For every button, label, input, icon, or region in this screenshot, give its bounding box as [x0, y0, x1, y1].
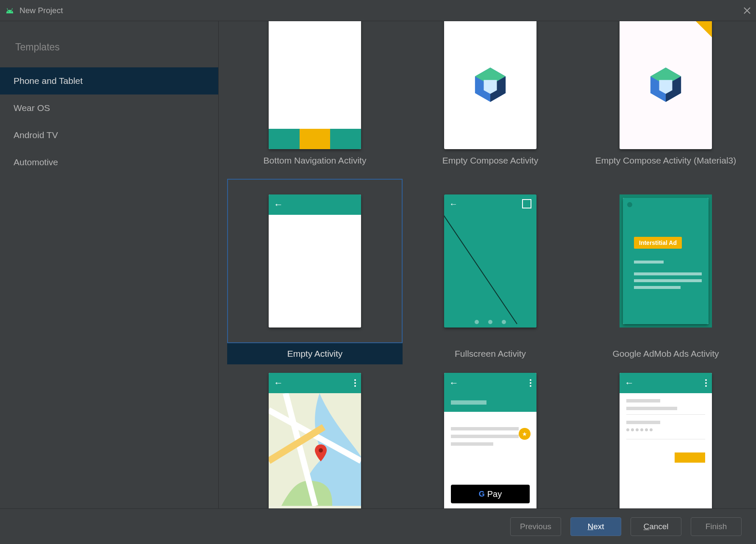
template-label: Fullscreen Activity	[403, 343, 578, 364]
sidebar-item-android-tv[interactable]: Android TV	[0, 122, 218, 149]
back-arrow-icon: ←	[274, 377, 283, 389]
sidebar-item-automotive[interactable]: Automotive	[0, 149, 218, 176]
back-arrow-icon: ←	[449, 199, 458, 209]
template-gallery: Bottom Navigation Activity	[219, 21, 756, 508]
login-button-icon	[675, 452, 705, 463]
back-arrow-icon: ←	[625, 377, 634, 389]
svg-point-13	[319, 448, 323, 452]
bottom-nav-icon	[269, 129, 361, 149]
template-thumbnail: ← G Pay	[403, 372, 578, 508]
sidebar-item-label: Wear OS	[14, 103, 50, 113]
password-dots-icon	[626, 428, 705, 431]
template-thumbnail	[578, 21, 753, 150]
finish-button[interactable]: Finish	[691, 517, 742, 536]
back-arrow-icon: ←	[449, 377, 459, 389]
previous-button[interactable]: Previous	[510, 517, 561, 536]
template-thumbnail	[227, 21, 403, 150]
sidebar-item-label: Automotive	[14, 157, 58, 167]
svg-point-0	[8, 11, 8, 12]
template-label: Empty Compose Activity	[403, 150, 578, 171]
template-thumbnail: ←	[227, 179, 403, 343]
template-empty-activity[interactable]: ← Empty Activity	[227, 179, 403, 364]
wizard-footer: Previous Next Cancel Finish	[0, 508, 756, 544]
template-google-pay[interactable]: ← G Pay	[403, 372, 578, 508]
overflow-menu-icon	[354, 379, 356, 387]
template-thumbnail: ←	[403, 179, 578, 343]
sidebar-item-label: Android TV	[14, 130, 58, 140]
template-fullscreen[interactable]: ← Fullscreen Activity	[403, 179, 578, 364]
template-thumbnail: Interstitial Ad	[578, 179, 753, 343]
compose-icon	[472, 64, 509, 105]
template-label: Empty Activity	[227, 343, 403, 364]
close-icon[interactable]	[743, 7, 751, 14]
next-button[interactable]: Next	[570, 517, 621, 536]
status-dot-icon	[627, 202, 632, 207]
star-fab-icon	[519, 428, 531, 440]
template-label: Empty Compose Activity (Material3)	[578, 150, 753, 171]
fullscreen-icon	[522, 199, 531, 208]
interstitial-ad-badge: Interstitial Ad	[634, 237, 682, 249]
button-label: Previous	[520, 522, 551, 531]
map-preview-icon	[269, 393, 361, 508]
button-label: Cancel	[643, 522, 668, 531]
compose-icon	[648, 64, 684, 105]
template-empty-compose[interactable]: Empty Compose Activity	[403, 21, 578, 171]
template-google-maps[interactable]: ←	[227, 372, 403, 508]
template-thumbnail: ←	[578, 372, 753, 508]
overflow-menu-icon	[705, 379, 707, 387]
google-pay-icon: G Pay	[451, 485, 530, 503]
svg-point-1	[11, 11, 12, 12]
overflow-menu-icon	[530, 379, 531, 387]
template-bottom-navigation[interactable]: Bottom Navigation Activity	[227, 21, 403, 171]
back-arrow-icon: ←	[274, 199, 283, 210]
cancel-button[interactable]: Cancel	[631, 517, 681, 536]
sidebar-item-label: Phone and Tablet	[14, 76, 83, 86]
pager-dots-icon	[444, 320, 536, 324]
sidebar-item-wear-os[interactable]: Wear OS	[0, 94, 218, 122]
button-label: Next	[587, 522, 604, 531]
titlebar: New Project	[0, 0, 756, 21]
button-label: Finish	[706, 522, 727, 531]
template-empty-compose-m3[interactable]: Empty Compose Activity (Material3)	[578, 21, 753, 171]
svg-line-2	[7, 8, 8, 10]
template-label: Bottom Navigation Activity	[227, 150, 403, 171]
template-login[interactable]: ←	[578, 372, 753, 508]
android-icon	[5, 8, 14, 14]
sidebar: Templates Phone and Tablet Wear OS Andro…	[0, 21, 219, 508]
template-thumbnail	[403, 21, 578, 150]
window-title: New Project	[19, 6, 63, 15]
svg-line-3	[12, 8, 13, 10]
sidebar-item-phone-tablet[interactable]: Phone and Tablet	[0, 67, 218, 94]
template-label: Google AdMob Ads Activity	[578, 343, 753, 364]
template-thumbnail: ←	[227, 372, 403, 508]
sidebar-heading: Templates	[0, 42, 218, 67]
template-admob[interactable]: Interstitial Ad Google AdMob Ads Activit…	[578, 179, 753, 364]
